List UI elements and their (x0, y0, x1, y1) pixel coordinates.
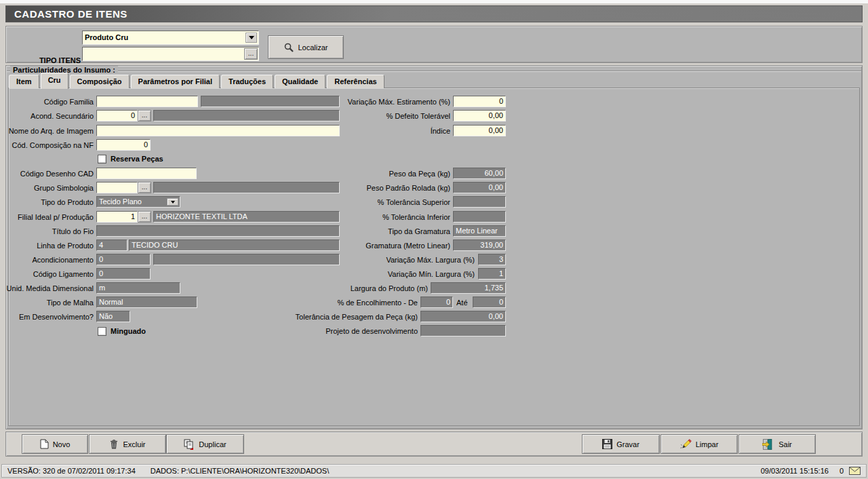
gravar-button-label: Gravar (616, 440, 639, 448)
status-datetime: 09/03/2011 15:15:16 (761, 467, 829, 475)
indice-input[interactable]: 0,00 (453, 125, 506, 136)
acond-secundario-ellipsis-button[interactable]: ... (138, 110, 151, 121)
tolerancia-pesagem-field: 0,00 (420, 311, 506, 322)
codigo-ligamento-label: Código Ligamento (1, 269, 94, 280)
encolhimento-ate-label: Até (456, 297, 470, 309)
tolerancia-inferior-field (453, 211, 506, 223)
variacao-max-largura-label: Variação Máx. Largura (%) (258, 254, 475, 266)
encolhimento-de-field: 0 (420, 296, 453, 308)
unid-medida-label: Unid. Medida Dimensional (1, 283, 94, 294)
tolerancia-superior-label: % Tolerância Superior (258, 197, 450, 208)
peso-padrao-rolada-field: 0,00 (453, 182, 506, 193)
exit-door-icon (762, 439, 774, 450)
grupo-simbologia-label: Grupo Simbologia (1, 183, 94, 194)
peso-padrao-rolada-label: Peso Padrão Rolada (kg) (258, 183, 450, 194)
page-title: CADASTRO DE ITENS (5, 5, 863, 22)
variacao-min-largura-field: 1 (478, 268, 506, 280)
linha-produto-code-field: 4 (96, 240, 127, 251)
cod-composicao-nf-label: Cód. Composição na NF (1, 140, 94, 151)
indice-label: Índice (258, 126, 450, 137)
novo-button[interactable]: Novo (22, 434, 88, 454)
gravar-button[interactable]: Gravar (582, 434, 660, 454)
codigo-item-ellipsis-button[interactable]: ... (244, 48, 258, 60)
defeito-toleravel-label: % Defeito Tolerável (258, 111, 450, 122)
tab-traducoes[interactable]: Traduções (221, 75, 273, 88)
linha-produto-label: Linha de Produto (1, 240, 94, 252)
excluir-button[interactable]: Excluir (89, 434, 166, 454)
tab-qualidade[interactable]: Qualidade (275, 75, 326, 88)
status-bar: VERSÃO: 320 de 07/02/2011 09:17:34 DADOS… (1, 464, 867, 478)
em-desenvolvimento-label: Em Desenvolvimento? (1, 311, 94, 323)
limpar-button[interactable]: Limpar (660, 434, 738, 454)
tolerancia-pesagem-label: Tolerância de Pesagem da Peça (kg) (224, 311, 418, 323)
tipo-gramatura-field: Metro Linear (453, 225, 506, 237)
status-version-info: VERSÃO: 320 de 07/02/2011 09:17:34 (7, 467, 136, 475)
encolhimento-de-label: % de Encolhimento - De (224, 297, 418, 309)
acond-secundario-input[interactable]: 0 (96, 110, 138, 121)
tab-cru[interactable]: Cru (41, 73, 68, 89)
duplicar-button-label: Duplicar (199, 440, 226, 448)
gramatura-field: 319,00 (453, 240, 506, 251)
codigo-familia-input[interactable] (96, 96, 198, 107)
unid-medida-field: m (96, 282, 180, 294)
new-document-icon (40, 439, 49, 449)
tab-composicao[interactable]: Composição (70, 75, 130, 88)
variacao-max-estiramento-label: Variação Máx. Estiramento (%) (258, 96, 450, 108)
tipo-itens-combobox[interactable]: Produto Cru (82, 31, 259, 45)
acondicionamento-code-field: 0 (96, 254, 151, 265)
gramatura-label: Gramatura (Metro Linear) (258, 240, 450, 252)
copy-pages-icon (184, 439, 195, 450)
reserva-pecas-checkbox[interactable] (98, 155, 106, 164)
tipo-produto-label: Tipo do Produto (1, 197, 94, 208)
variacao-max-estiramento-input[interactable]: 0 (453, 96, 506, 107)
chevron-down-icon[interactable] (167, 198, 178, 206)
localizar-button-label: Localizar (298, 43, 328, 52)
tab-referencias[interactable]: Referências (327, 75, 384, 88)
eraser-pencil-icon (680, 439, 692, 450)
projeto-desenvolvimento-label: Projeto de desenvolvimento (224, 326, 418, 337)
tipo-produto-combobox[interactable]: Tecido Plano (96, 196, 180, 208)
status-data-path: DADOS: P:\CLIENTE\ORA\HORIZONTE320\DADOS… (151, 467, 329, 475)
codigo-ligamento-field: 0 (96, 268, 151, 280)
defeito-toleravel-input[interactable]: 0,00 (453, 110, 506, 121)
localizar-button[interactable]: Localizar (268, 35, 344, 59)
mail-envelope-icon[interactable] (844, 467, 861, 475)
grupo-simbologia-input[interactable] (96, 182, 138, 193)
variacao-max-largura-field: 3 (478, 254, 506, 265)
tipo-produto-value: Tecido Plano (99, 197, 142, 206)
sair-button[interactable]: Sair (738, 434, 816, 454)
excluir-button-label: Excluir (123, 440, 145, 448)
acondicionamento-label: Acondicionamento (1, 254, 94, 266)
titulo-fio-label: Título do Fio (1, 226, 94, 237)
tipo-gramatura-label: Tipo da Gramatura (258, 226, 450, 237)
tipo-malha-label: Tipo de Malha (1, 297, 94, 309)
minguado-checkbox[interactable] (98, 327, 106, 336)
tolerancia-inferior-label: % Tolerância Inferior (258, 212, 450, 223)
codigo-item-input[interactable] (82, 47, 259, 61)
projeto-desenvolvimento-field (420, 325, 506, 337)
largura-produto-field: 1,735 (431, 282, 506, 294)
cod-composicao-nf-input[interactable]: 0 (96, 139, 151, 151)
filial-ideal-label: Filial Ideal p/ Produção (1, 212, 94, 223)
floppy-disk-icon (602, 439, 612, 449)
codigo-familia-label: Código Familia (1, 96, 94, 108)
tab-item[interactable]: Item (9, 75, 39, 88)
encolhimento-ate-field: 0 (473, 296, 506, 308)
acond-secundario-label: Acond. Secundário (1, 111, 94, 122)
filial-ideal-input[interactable]: 1 (96, 211, 138, 223)
item-registration-window: CADASTRO DE ITENS TIPO ITENS CODIGO ITEM… (0, 0, 868, 479)
reserva-pecas-label: Reserva Peças (111, 154, 163, 164)
filial-ideal-ellipsis-button[interactable]: ... (138, 211, 151, 223)
codigo-desenho-cad-label: Código Desenho CAD (1, 168, 94, 180)
grupo-simbologia-ellipsis-button[interactable]: ... (138, 182, 151, 193)
codigo-desenho-cad-input[interactable] (96, 168, 197, 179)
sair-button-label: Sair (778, 440, 792, 448)
minguado-label: Minguado (111, 326, 146, 337)
chevron-down-icon[interactable] (245, 33, 257, 43)
tolerancia-superior-field (453, 196, 506, 208)
limpar-button-label: Limpar (696, 440, 719, 448)
tab-parametros-por-filial[interactable]: Parâmetros por Filial (131, 75, 220, 88)
peso-peca-label: Peso da Peça (kg) (258, 168, 450, 180)
duplicar-button[interactable]: Duplicar (166, 434, 244, 454)
tipo-malha-field: Normal (96, 296, 197, 308)
